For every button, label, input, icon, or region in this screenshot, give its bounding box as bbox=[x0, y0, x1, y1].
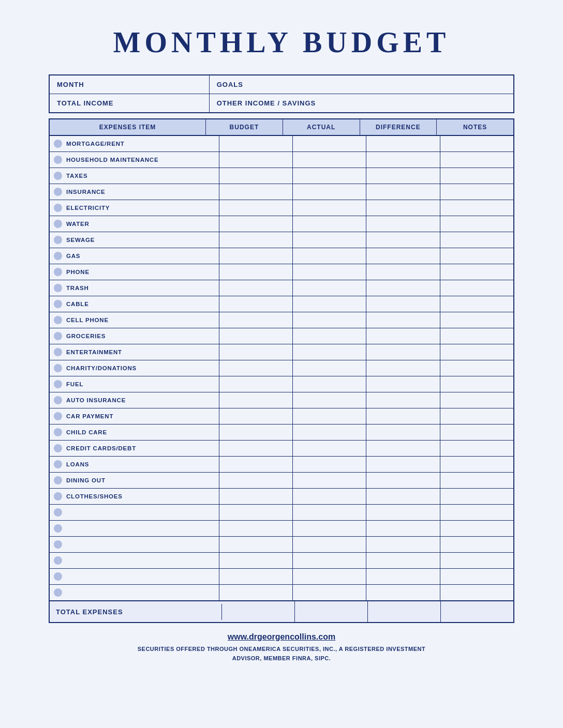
row-notes-cell bbox=[440, 585, 513, 600]
row-item-cell: CREDIT CARDS/DEBT bbox=[50, 441, 219, 456]
row-item-cell bbox=[50, 505, 219, 520]
table-body: MORTGAGE/RENTHOUSEHOLD MAINTENANCETAXESI… bbox=[50, 136, 513, 600]
footer-link[interactable]: www.drgeorgencollins.com bbox=[228, 632, 335, 641]
row-item-cell bbox=[50, 585, 219, 600]
row-budget-cell bbox=[219, 232, 293, 248]
row-actual-cell bbox=[293, 521, 366, 536]
table-row: TRASH bbox=[50, 280, 513, 296]
row-notes-cell bbox=[440, 312, 513, 328]
row-notes-cell bbox=[440, 216, 513, 232]
table-row: AUTO INSURANCE bbox=[50, 392, 513, 408]
row-diff-cell bbox=[366, 200, 440, 216]
header-item: EXPENSES ITEM bbox=[50, 119, 206, 135]
other-income-label: OTHER INCOME / SAVINGS bbox=[210, 94, 513, 112]
row-notes-cell bbox=[440, 360, 513, 376]
row-circle-icon bbox=[54, 524, 62, 533]
row-item-cell: TAXES bbox=[50, 168, 219, 184]
row-diff-cell bbox=[366, 473, 440, 488]
row-budget-cell bbox=[219, 264, 293, 280]
table-row: CABLE bbox=[50, 296, 513, 312]
row-budget-cell bbox=[219, 457, 293, 472]
row-diff-cell bbox=[366, 280, 440, 296]
row-notes-cell bbox=[440, 248, 513, 264]
row-item-cell: ELECTRICITY bbox=[50, 200, 219, 216]
row-item-cell: CHILD CARE bbox=[50, 424, 219, 440]
row-budget-cell bbox=[219, 489, 293, 504]
row-actual-cell bbox=[293, 457, 366, 472]
row-actual-cell bbox=[293, 569, 366, 584]
row-notes-cell bbox=[440, 489, 513, 504]
row-label: ELECTRICITY bbox=[66, 205, 110, 211]
page: MONTHLY BUDGET MONTH GOALS TOTAL INCOME … bbox=[28, 10, 535, 678]
row-notes-cell bbox=[440, 569, 513, 584]
row-budget-cell bbox=[219, 473, 293, 488]
total-actual-cell bbox=[295, 601, 368, 622]
row-label: LOANS bbox=[66, 461, 89, 467]
row-circle-icon bbox=[54, 444, 62, 452]
row-notes-cell bbox=[440, 408, 513, 424]
row-circle-icon bbox=[54, 236, 62, 244]
row-budget-cell bbox=[219, 328, 293, 344]
row-label: WATER bbox=[66, 221, 90, 227]
header-actual: ACTUAL bbox=[283, 119, 360, 135]
row-diff-cell bbox=[366, 376, 440, 392]
row-diff-cell bbox=[366, 505, 440, 520]
row-budget-cell bbox=[219, 585, 293, 600]
table-row: CAR PAYMENT bbox=[50, 408, 513, 424]
row-actual-cell bbox=[293, 168, 366, 184]
row-notes-cell bbox=[440, 184, 513, 200]
row-item-cell: CLOTHES/SHOES bbox=[50, 489, 219, 504]
row-actual-cell bbox=[293, 264, 366, 280]
row-item-cell: PHONE bbox=[50, 264, 219, 280]
row-budget-cell bbox=[219, 408, 293, 424]
row-budget-cell bbox=[219, 537, 293, 552]
table-row bbox=[50, 569, 513, 585]
table-row: WATER bbox=[50, 216, 513, 232]
goals-label: GOALS bbox=[210, 75, 513, 94]
row-diff-cell bbox=[366, 232, 440, 248]
row-diff-cell bbox=[366, 457, 440, 472]
row-item-cell: CELL PHONE bbox=[50, 312, 219, 328]
row-label: MORTGAGE/RENT bbox=[66, 141, 125, 147]
row-circle-icon bbox=[54, 268, 62, 276]
table-row: DINING OUT bbox=[50, 473, 513, 489]
row-diff-cell bbox=[366, 168, 440, 184]
row-notes-cell bbox=[440, 473, 513, 488]
row-label: PHONE bbox=[66, 269, 90, 275]
table-row bbox=[50, 505, 513, 521]
table-row: TAXES bbox=[50, 168, 513, 184]
row-budget-cell bbox=[219, 280, 293, 296]
row-item-cell: AUTO INSURANCE bbox=[50, 392, 219, 408]
row-label: INSURANCE bbox=[66, 189, 106, 195]
month-goals-row: MONTH GOALS bbox=[50, 75, 513, 94]
row-circle-icon bbox=[54, 476, 62, 484]
table-row: LOANS bbox=[50, 457, 513, 473]
row-diff-cell bbox=[366, 360, 440, 376]
row-diff-cell bbox=[366, 441, 440, 456]
row-diff-cell bbox=[366, 537, 440, 552]
row-notes-cell bbox=[440, 376, 513, 392]
row-budget-cell bbox=[219, 216, 293, 232]
row-label: CABLE bbox=[66, 301, 89, 307]
row-circle-icon bbox=[54, 364, 62, 372]
row-circle-icon bbox=[54, 220, 62, 228]
row-actual-cell bbox=[293, 441, 366, 456]
row-diff-cell bbox=[366, 248, 440, 264]
row-notes-cell bbox=[440, 457, 513, 472]
row-diff-cell bbox=[366, 184, 440, 200]
row-budget-cell bbox=[219, 441, 293, 456]
table-row: CREDIT CARDS/DEBT bbox=[50, 441, 513, 457]
row-notes-cell bbox=[440, 441, 513, 456]
table-row: CHILD CARE bbox=[50, 424, 513, 441]
row-item-cell: LOANS bbox=[50, 457, 219, 472]
row-item-cell: CHARITY/DONATIONS bbox=[50, 360, 219, 376]
row-budget-cell bbox=[219, 136, 293, 151]
row-label: CHILD CARE bbox=[66, 429, 107, 435]
row-item-cell bbox=[50, 521, 219, 536]
row-item-cell: TRASH bbox=[50, 280, 219, 296]
row-item-cell bbox=[50, 569, 219, 584]
row-budget-cell bbox=[219, 505, 293, 520]
row-actual-cell bbox=[293, 473, 366, 488]
row-circle-icon bbox=[54, 460, 62, 468]
table-row bbox=[50, 521, 513, 537]
